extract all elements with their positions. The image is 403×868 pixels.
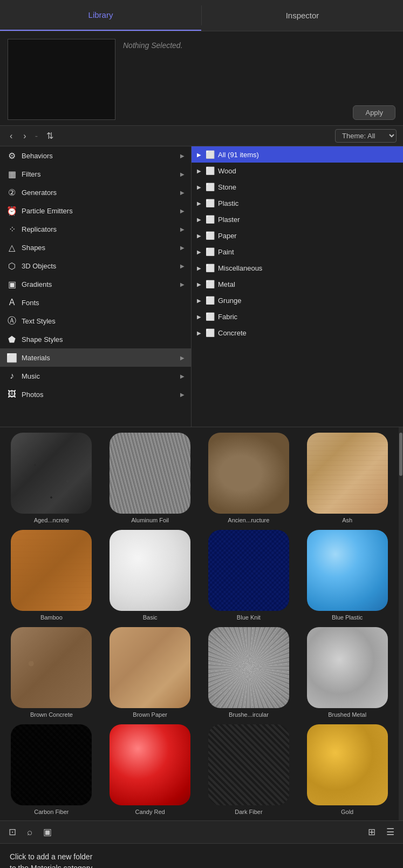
list-view-button[interactable]: ☰: [385, 825, 395, 839]
folder-arrow-plaster: ▶: [197, 217, 201, 223]
sidebar-icon-shapes: △: [6, 242, 17, 253]
folder-arrow-plastic: ▶: [197, 200, 201, 206]
sidebar-icon-particle-emitters: ⏰: [6, 205, 17, 216]
folder-arrow-metal: ▶: [197, 281, 201, 287]
material-thumb-ancient-structure: [208, 433, 289, 514]
sidebar-arrow-gradients: ▶: [180, 281, 185, 287]
sidebar-icon-behaviors: ⚙: [6, 150, 17, 161]
folder-item-miscellaneous[interactable]: ▶ ⬜ Miscellaneous: [192, 260, 403, 276]
material-item-carbon-fiber[interactable]: Carbon Fiber: [5, 724, 98, 815]
sidebar-item-filters[interactable]: ▦ Filters ▶: [0, 165, 191, 183]
add-folder-button[interactable]: ⊡: [8, 825, 17, 839]
material-item-brushed-metal[interactable]: Brushed Metal: [301, 627, 393, 718]
sidebar-icon-generators: ②: [6, 187, 17, 198]
sidebar-item-shapes[interactable]: △ Shapes ▶: [0, 238, 191, 257]
folder-item-all[interactable]: ▶ ⬜ All (91 items): [192, 146, 403, 163]
folder-icon-miscellaneous: ⬜: [206, 264, 215, 272]
preview-toggle-button[interactable]: ▣: [42, 825, 53, 839]
folder-arrow-stone: ▶: [197, 184, 201, 190]
left-sidebar: ⚙ Behaviors ▶ ▦ Filters ▶ ② Generators ▶…: [0, 146, 192, 427]
folder-item-grunge[interactable]: ▶ ⬜ Grunge: [192, 292, 403, 308]
material-item-bamboo[interactable]: Bamboo: [5, 530, 98, 621]
sidebar-label-text-styles: Text Styles: [22, 317, 185, 325]
apply-button[interactable]: Apply: [353, 105, 395, 120]
material-item-ash[interactable]: Ash: [301, 433, 393, 523]
material-name-aged-concrete: Aged...ncrete: [34, 517, 69, 523]
sidebar-item-behaviors[interactable]: ⚙ Behaviors ▶: [0, 146, 191, 165]
folder-item-concrete[interactable]: ▶ ⬜ Concrete: [192, 325, 403, 341]
grid-view-button[interactable]: ⊞: [367, 825, 377, 839]
sidebar-item-fonts[interactable]: A Fonts: [0, 293, 191, 312]
material-item-brown-concrete[interactable]: Brown Concrete: [5, 627, 98, 718]
folder-item-metal[interactable]: ▶ ⬜ Metal: [192, 276, 403, 292]
search-button[interactable]: ⌕: [26, 826, 33, 839]
theme-select[interactable]: Theme: All Theme: Dark Theme: Light: [335, 129, 397, 143]
folder-arrow-wood: ▶: [197, 168, 201, 174]
forward-button[interactable]: ›: [20, 130, 29, 142]
material-thumb-bamboo: [11, 530, 92, 611]
back-button[interactable]: ‹: [6, 130, 16, 142]
material-name-gold: Gold: [341, 809, 353, 815]
material-name-ash: Ash: [342, 517, 352, 523]
folder-item-stone[interactable]: ▶ ⬜ Stone: [192, 179, 403, 195]
material-name-brushed-metal: Brushed Metal: [328, 711, 366, 718]
tooltip-area: Click to add a new folderto the Material…: [0, 843, 403, 868]
tab-bar: Library Inspector: [0, 0, 403, 31]
folder-item-paper[interactable]: ▶ ⬜ Paper: [192, 227, 403, 244]
sidebar-item-text-styles[interactable]: Ⓐ Text Styles: [0, 312, 191, 330]
grid-scrollbar-thumb: [399, 433, 402, 476]
material-thumb-gold: [307, 724, 388, 805]
sidebar-label-shapes: Shapes: [22, 244, 176, 252]
material-name-basic: Basic: [143, 614, 158, 621]
sidebar-icon-materials: ⬜: [6, 352, 17, 363]
material-item-brown-paper[interactable]: Brown Paper: [104, 627, 196, 718]
bottom-bar: ⊡ ⌕ ▣ ⊞ ☰: [0, 820, 403, 843]
folder-arrow-fabric: ▶: [197, 314, 201, 320]
material-item-dark-fiber[interactable]: Dark Fiber: [203, 724, 295, 815]
material-thumb-brushed-circular: [208, 627, 289, 708]
folder-arrow-paper: ▶: [197, 233, 201, 239]
material-thumb-aluminum-foil: [110, 433, 190, 514]
sidebar-item-materials[interactable]: ⬜ Materials ▶: [0, 348, 191, 367]
material-item-ancient-structure[interactable]: Ancien...ructure: [203, 433, 295, 523]
material-item-basic[interactable]: Basic: [104, 530, 196, 621]
main-content: ⚙ Behaviors ▶ ▦ Filters ▶ ② Generators ▶…: [0, 146, 403, 427]
sidebar-item-3d-objects[interactable]: ⬡ 3D Objects ▶: [0, 257, 191, 275]
sidebar-arrow-music: ▶: [180, 373, 185, 379]
material-item-blue-knit[interactable]: Blue Knit: [203, 530, 295, 621]
bottom-bar-left: ⊡ ⌕ ▣: [8, 825, 53, 839]
folder-item-fabric[interactable]: ▶ ⬜ Fabric: [192, 308, 403, 325]
material-thumb-candy-red: [110, 724, 190, 805]
folder-item-wood[interactable]: ▶ ⬜ Wood: [192, 163, 403, 179]
folder-icon-metal: ⬜: [206, 280, 215, 288]
material-item-blue-plastic[interactable]: Blue Plastic: [301, 530, 393, 621]
grid-area: Aged...ncrete Aluminum Foil Ancien...ruc…: [0, 427, 403, 820]
folder-item-paint[interactable]: ▶ ⬜ Paint: [192, 244, 403, 260]
sidebar-arrow-particle-emitters: ▶: [180, 208, 185, 214]
material-thumb-carbon-fiber: [11, 724, 92, 805]
material-item-brushed-circular[interactable]: Brushe...ircular: [203, 627, 295, 718]
folder-icon-fabric: ⬜: [206, 312, 215, 321]
tab-inspector[interactable]: Inspector: [202, 0, 403, 31]
sidebar-item-music[interactable]: ♪ Music ▶: [0, 367, 191, 385]
sidebar-item-shape-styles[interactable]: ⬟ Shape Styles: [0, 330, 191, 348]
sidebar-item-photos[interactable]: 🖼 Photos ▶: [0, 385, 191, 403]
material-name-blue-knit: Blue Knit: [237, 614, 261, 621]
tab-library[interactable]: Library: [0, 0, 201, 31]
sidebar-item-particle-emitters[interactable]: ⏰ Particle Emitters ▶: [0, 201, 191, 220]
tooltip-text: Click to add a new folderto the Material…: [10, 852, 94, 868]
sidebar-item-replicators[interactable]: ⁘ Replicators ▶: [0, 220, 191, 238]
folder-item-plastic[interactable]: ▶ ⬜ Plastic: [192, 195, 403, 211]
material-thumb-brushed-metal: [307, 627, 388, 708]
material-item-candy-red[interactable]: Candy Red: [104, 724, 196, 815]
folder-item-plaster[interactable]: ▶ ⬜ Plaster: [192, 211, 403, 227]
material-item-aged-concrete[interactable]: Aged...ncrete: [5, 433, 98, 523]
grid-scrollbar[interactable]: [399, 427, 403, 820]
folder-icon-plastic: ⬜: [206, 199, 215, 207]
sidebar-item-generators[interactable]: ② Generators ▶: [0, 183, 191, 201]
material-item-gold[interactable]: Gold: [301, 724, 393, 815]
material-item-aluminum-foil[interactable]: Aluminum Foil: [104, 433, 196, 523]
sidebar-item-gradients[interactable]: ▣ Gradients ▶: [0, 275, 191, 293]
sidebar-label-replicators: Replicators: [22, 225, 176, 233]
stepper-button[interactable]: ⇅: [43, 130, 57, 142]
